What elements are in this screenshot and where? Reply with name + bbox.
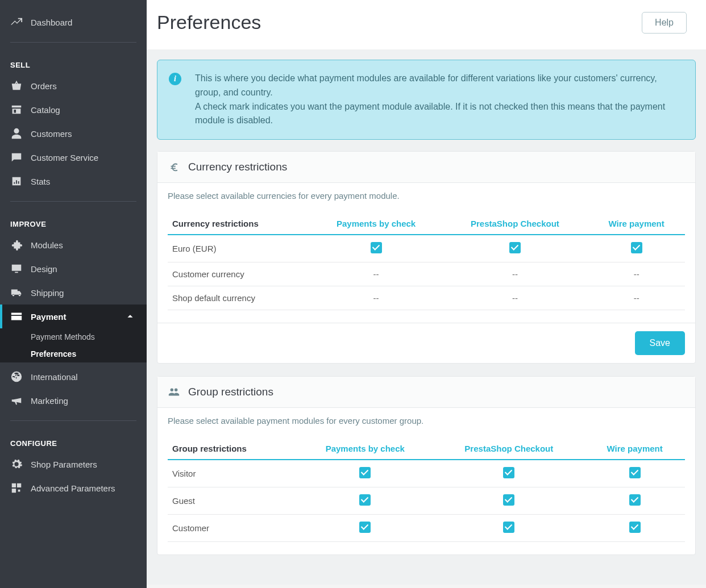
info-line-1: This is where you decide what payment mo… [195, 72, 679, 100]
dash-cell: -- [634, 269, 639, 279]
chevron-up-icon [124, 310, 136, 323]
sidebar-item-orders[interactable]: Orders [0, 74, 147, 98]
checkbox[interactable] [359, 467, 371, 478]
sidebar-item-shipping[interactable]: Shipping [0, 281, 147, 305]
table-row: Customer [168, 515, 685, 542]
sidebar: Dashboard SELL Orders Catalog Customers … [0, 0, 147, 588]
table-header-col: Wire payment [588, 213, 685, 235]
store-icon [10, 103, 23, 116]
user-icon [10, 127, 23, 140]
checkbox[interactable] [371, 242, 382, 253]
row-label: Customer [168, 515, 297, 542]
sidebar-item-label: Customers [31, 129, 72, 139]
content: i This is where you decide what payment … [147, 49, 706, 585]
truck-icon [10, 286, 23, 299]
sidebar-item-label: Customer Service [31, 153, 98, 162]
globe-icon [10, 370, 23, 383]
currency-restrictions-card: Currency restrictions Please select avai… [157, 151, 696, 364]
message-icon [10, 151, 23, 164]
divider [10, 420, 136, 421]
sidebar-item-payment[interactable]: Payment [0, 305, 147, 328]
table-header-label: Group restrictions [168, 438, 297, 460]
table-header-col: Payments by check [297, 438, 433, 460]
help-button[interactable]: Help [642, 12, 687, 34]
card-header: Group restrictions [157, 377, 695, 408]
sidebar-section-configure: CONFIGURE [0, 429, 147, 452]
sidebar-item-dashboard[interactable]: Dashboard [0, 10, 147, 34]
sidebar-item-label: Dashboard [31, 18, 72, 27]
info-alert: i This is where you decide what payment … [157, 60, 696, 140]
basket-icon [10, 80, 23, 92]
trending-up-icon [10, 16, 23, 28]
sidebar-item-label: Advanced Parameters [31, 483, 115, 493]
sidebar-item-label: Modules [31, 240, 63, 250]
table-header-label: Currency restrictions [168, 213, 310, 235]
sidebar-item-label: Marketing [31, 396, 68, 406]
gear-icon [10, 458, 23, 470]
row-label: Shop default currency [168, 286, 310, 310]
table-row: Shop default currency -- -- -- [168, 286, 685, 310]
checkbox[interactable] [509, 242, 521, 253]
sidebar-item-marketing[interactable]: Marketing [0, 389, 147, 412]
sidebar-item-label: Catalog [31, 105, 60, 115]
table-row: Guest [168, 487, 685, 515]
card-body: Please select available payment modules … [157, 408, 695, 554]
group-restrictions-table: Group restrictions Payments by check Pre… [168, 438, 685, 542]
dash-cell: -- [373, 293, 379, 303]
sidebar-item-international[interactable]: International [0, 365, 147, 389]
divider [10, 201, 136, 202]
sidebar-item-label: Shipping [31, 288, 64, 298]
table-header-col: PrestaShop Checkout [442, 213, 588, 235]
table-header-col: PrestaShop Checkout [433, 438, 584, 460]
sidebar-item-label: Orders [31, 81, 57, 91]
checkbox[interactable] [629, 467, 641, 478]
table-row: Customer currency -- -- -- [168, 262, 685, 286]
row-label: Guest [168, 487, 297, 515]
tools-icon [10, 482, 23, 494]
info-icon: i [169, 73, 181, 85]
dash-cell: -- [512, 269, 518, 279]
table-row: Visitor [168, 460, 685, 487]
sidebar-subitem-payment-methods[interactable]: Payment Methods [0, 328, 147, 345]
card-title: Currency restrictions [188, 161, 287, 173]
sidebar-item-label: Payment [31, 312, 67, 322]
megaphone-icon [10, 394, 23, 407]
row-label: Customer currency [168, 262, 310, 286]
monitor-icon [10, 262, 23, 275]
checkbox[interactable] [503, 494, 514, 506]
card-body: Please select available currencies for e… [157, 183, 695, 323]
sidebar-item-catalog[interactable]: Catalog [0, 98, 147, 122]
card-hint: Please select available currencies for e… [168, 191, 685, 201]
card-hint: Please select available payment modules … [168, 416, 685, 426]
sidebar-section-sell: SELL [0, 51, 147, 74]
divider [10, 42, 136, 43]
sidebar-item-customers[interactable]: Customers [0, 122, 147, 145]
checkbox[interactable] [503, 522, 514, 533]
checkbox[interactable] [359, 522, 371, 533]
sidebar-subitem-preferences[interactable]: Preferences [0, 345, 147, 362]
sidebar-item-customer-service[interactable]: Customer Service [0, 145, 147, 169]
group-icon [168, 386, 180, 398]
sidebar-item-advanced-parameters[interactable]: Advanced Parameters [0, 476, 147, 500]
sidebar-item-shop-parameters[interactable]: Shop Parameters [0, 452, 147, 476]
sidebar-item-design[interactable]: Design [0, 257, 147, 281]
card-footer: Save [157, 323, 695, 363]
checkbox[interactable] [629, 494, 641, 506]
row-label: Visitor [168, 460, 297, 487]
euro-icon [168, 161, 180, 173]
checkbox[interactable] [629, 522, 641, 533]
sidebar-item-modules[interactable]: Modules [0, 233, 147, 257]
puzzle-icon [10, 239, 23, 251]
checkbox[interactable] [359, 494, 371, 506]
card-header: Currency restrictions [157, 152, 695, 183]
sidebar-item-label: Design [31, 264, 57, 274]
info-line-2: A check mark indicates you want the paym… [195, 100, 679, 128]
credit-card-icon [10, 310, 23, 323]
sidebar-item-label: Stats [31, 177, 50, 186]
sidebar-item-stats[interactable]: Stats [0, 169, 147, 193]
save-button[interactable]: Save [635, 331, 685, 355]
card-title: Group restrictions [188, 386, 273, 398]
checkbox[interactable] [631, 242, 642, 253]
checkbox[interactable] [503, 467, 514, 478]
table-row: Euro (EUR) [168, 235, 685, 262]
